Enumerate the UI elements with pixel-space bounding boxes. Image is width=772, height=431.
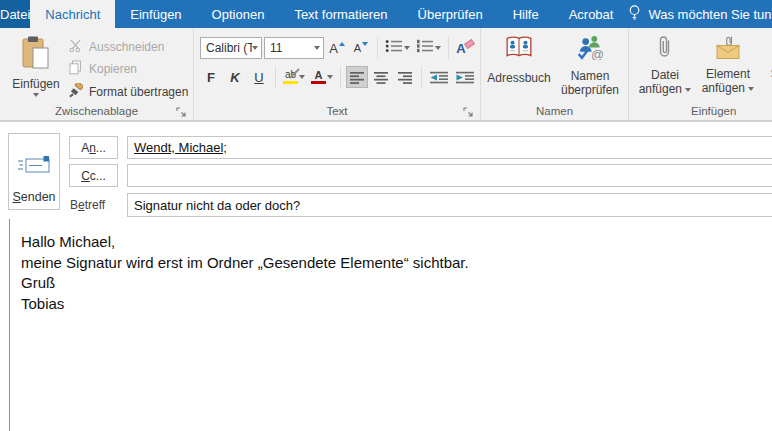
separator (421, 66, 422, 88)
chevron-down-icon (252, 46, 258, 50)
format-painter-button[interactable]: Format übertragen (68, 83, 188, 101)
outlook-compose-window: Datei Nachricht Einfügen Optionen Text f… (0, 0, 772, 431)
align-right-icon (397, 71, 413, 84)
group-namen: Adressbuch @ Namen überprüfen Namen (480, 28, 628, 120)
attach-item-button[interactable]: Element anfügen (695, 34, 761, 95)
copy-icon (68, 60, 83, 78)
paperclip-icon (657, 34, 673, 64)
group-text: Calibri (T 11 A A (193, 28, 480, 120)
tab-acrobat[interactable]: Acrobat (554, 0, 629, 28)
indent-icon (455, 71, 475, 84)
message-body-area: Hallo Michael, meine Signatur wird erst … (0, 217, 772, 431)
ribbon: Einfügen Ausschneiden (0, 28, 772, 121)
clear-formatting-button[interactable]: A (454, 37, 476, 59)
send-button[interactable]: Senden (8, 133, 60, 210)
font-name-combo[interactable]: Calibri (T (200, 37, 262, 59)
bullet-list-icon (385, 39, 403, 57)
address-book-button[interactable]: Adressbuch (487, 34, 551, 85)
svg-text:@: @ (591, 47, 604, 60)
envelope-paperclip-icon (715, 34, 741, 64)
align-center-button[interactable] (370, 66, 392, 88)
ribbon-tab-bar: Datei Nachricht Einfügen Optionen Text f… (0, 0, 772, 28)
highlight-color-bar (283, 81, 298, 85)
tab-nachricht[interactable]: Nachricht (30, 0, 115, 28)
body-line: meine Signatur wird erst im Ordner „Gese… (21, 253, 762, 274)
underline-button[interactable]: U (248, 66, 270, 88)
tab-text-formatieren[interactable]: Text formatieren (279, 0, 402, 28)
send-envelope-icon (17, 153, 51, 180)
subject-field[interactable] (127, 193, 772, 217)
grow-font-button[interactable]: A (326, 37, 348, 59)
message-body-editor[interactable]: Hallo Michael, meine Signatur wird erst … (9, 219, 772, 431)
body-line: Tobias (21, 294, 762, 315)
cc-field[interactable] (127, 164, 772, 187)
group-zwischenablage: Einfügen Ausschneiden (0, 28, 193, 120)
compose-header: Senden An... Cc... Betreff (0, 121, 772, 216)
body-line: Hallo Michael, (21, 232, 762, 253)
font-color-bar (311, 81, 326, 85)
font-color-button[interactable]: A (309, 66, 335, 88)
separator (377, 37, 378, 59)
paste-dropdown-icon (33, 93, 39, 97)
tab-datei[interactable]: Datei (0, 0, 30, 28)
cut-button[interactable]: Ausschneiden (68, 38, 164, 56)
tab-einfuegen[interactable]: Einfügen (115, 0, 196, 28)
align-left-button[interactable] (346, 66, 368, 88)
body-line: Gruß (21, 273, 762, 294)
align-left-icon (349, 71, 365, 84)
tab-optionen[interactable]: Optionen (197, 0, 280, 28)
cc-button[interactable]: Cc... (69, 164, 118, 187)
signature-button[interactable]: Signatur (763, 34, 772, 89)
align-center-icon (373, 71, 389, 84)
chevron-down-icon (685, 88, 691, 92)
group-label-zwischenablage: Zwischenablage (0, 105, 193, 117)
numbering-button[interactable] (414, 37, 443, 59)
chevron-down-icon (314, 46, 320, 50)
to-button[interactable]: An... (69, 136, 118, 159)
copy-button[interactable]: Kopieren (68, 60, 137, 78)
attach-file-button[interactable]: Datei anfügen (637, 34, 693, 96)
subject-label: Betreff (70, 198, 105, 212)
group-label-namen: Namen (481, 105, 628, 117)
bullets-button[interactable] (383, 37, 412, 59)
text-row-1: Calibri (T 11 A A (200, 37, 476, 59)
align-right-button[interactable] (394, 66, 416, 88)
check-names-icon: @ (576, 34, 604, 63)
italic-button[interactable]: K (224, 66, 246, 88)
text-dialog-launcher-icon[interactable] (463, 104, 475, 116)
separator (448, 37, 449, 59)
arrow-down-icon (362, 42, 368, 46)
separator (340, 66, 341, 88)
chevron-down-icon (404, 46, 410, 50)
outdent-icon (429, 71, 449, 84)
paste-button[interactable]: Einfügen (8, 35, 64, 107)
decrease-indent-button[interactable] (427, 66, 451, 88)
chevron-down-icon (748, 87, 754, 91)
group-einfuegen: Datei anfügen Element anfügen (628, 28, 772, 120)
highlight-button[interactable]: ab (281, 66, 307, 88)
separator (275, 66, 276, 88)
format-painter-icon (68, 83, 83, 101)
address-book-icon (505, 34, 533, 63)
text-row-2: F K U ab (200, 65, 477, 89)
tab-ueberpruefen[interactable]: Überprüfen (403, 0, 498, 28)
clipboard-dialog-launcher-icon[interactable] (176, 104, 188, 116)
scissors-icon (68, 38, 83, 56)
group-label-text: Text (194, 105, 480, 117)
chevron-down-icon (435, 46, 441, 50)
to-field[interactable] (127, 136, 772, 159)
tab-hilfe[interactable]: Hilfe (498, 0, 554, 28)
clipboard-paste-icon (20, 35, 52, 75)
numbered-list-icon (416, 39, 434, 57)
chevron-down-icon (327, 75, 333, 79)
tell-me-search[interactable]: Was möchten Sie tun? (628, 0, 772, 28)
arrow-up-icon (339, 42, 345, 46)
bold-button[interactable]: F (200, 66, 222, 88)
increase-indent-button[interactable] (453, 66, 477, 88)
font-size-combo[interactable]: 11 (264, 37, 324, 59)
highlighter-icon: ab (283, 70, 298, 85)
shrink-font-button[interactable]: A (350, 37, 372, 59)
font-color-icon: A (311, 70, 326, 85)
check-names-button[interactable]: @ Namen überprüfen (555, 34, 625, 97)
group-label-einfuegen: Einfügen (629, 105, 772, 117)
